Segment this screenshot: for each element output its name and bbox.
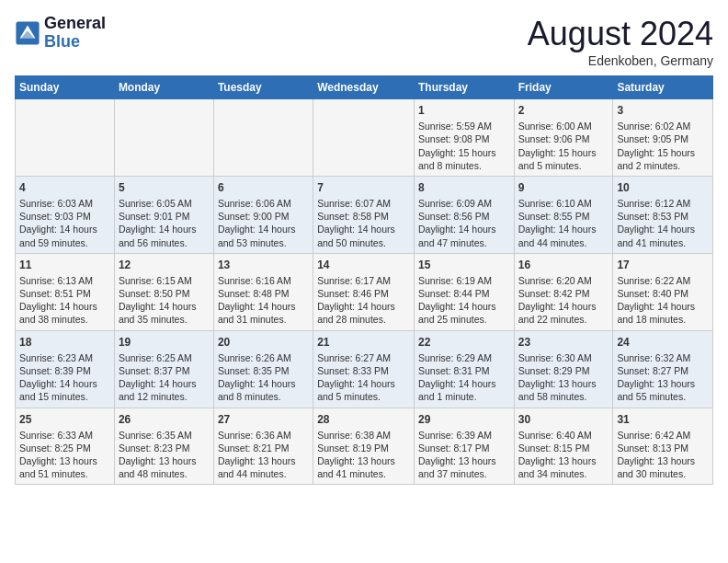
calendar-cell: 21Sunrise: 6:27 AM Sunset: 8:33 PM Dayli… [313,330,415,408]
day-info: Sunrise: 6:16 AM Sunset: 8:48 PM Dayligh… [218,274,309,327]
calendar-cell: 2Sunrise: 6:00 AM Sunset: 9:06 PM Daylig… [514,99,613,177]
day-number: 14 [317,258,410,272]
day-info: Sunrise: 5:59 AM Sunset: 9:08 PM Dayligh… [418,120,510,172]
day-number: 31 [617,412,709,427]
day-info: Sunrise: 6:36 AM Sunset: 8:21 PM Dayligh… [218,429,309,481]
calendar-cell: 30Sunrise: 6:40 AM Sunset: 8:15 PM Dayli… [514,408,613,485]
calendar-table: SundayMondayTuesdayWednesdayThursdayFrid… [15,75,713,485]
day-info: Sunrise: 6:03 AM Sunset: 9:03 PM Dayligh… [19,197,110,249]
calendar-cell [114,99,213,177]
day-number: 19 [119,335,210,350]
day-number: 29 [418,412,510,427]
day-info: Sunrise: 6:25 AM Sunset: 8:37 PM Dayligh… [119,351,210,404]
day-number: 15 [418,258,510,272]
calendar-cell: 23Sunrise: 6:30 AM Sunset: 8:29 PM Dayli… [514,330,613,408]
calendar-cell: 22Sunrise: 6:29 AM Sunset: 8:31 PM Dayli… [414,330,514,408]
calendar-cell: 17Sunrise: 6:22 AM Sunset: 8:40 PM Dayli… [613,253,713,330]
page-header: General Blue August 2024 Edenkoben, Germ… [15,15,713,68]
calendar-cell: 11Sunrise: 6:13 AM Sunset: 8:51 PM Dayli… [16,253,115,330]
day-number: 7 [317,180,410,195]
calendar-week-row: 18Sunrise: 6:23 AM Sunset: 8:39 PM Dayli… [16,330,713,408]
day-number: 8 [418,180,510,195]
day-number: 21 [317,335,410,350]
calendar-cell [16,99,115,177]
calendar-week-row: 4Sunrise: 6:03 AM Sunset: 9:03 PM Daylig… [16,176,713,253]
day-number: 27 [218,412,309,427]
day-info: Sunrise: 6:10 AM Sunset: 8:55 PM Dayligh… [518,197,609,249]
weekday-header-friday: Friday [514,76,613,99]
day-info: Sunrise: 6:26 AM Sunset: 8:35 PM Dayligh… [218,351,309,404]
day-number: 3 [617,103,709,118]
day-info: Sunrise: 6:09 AM Sunset: 8:56 PM Dayligh… [418,197,510,249]
day-info: Sunrise: 6:15 AM Sunset: 8:50 PM Dayligh… [119,274,210,327]
day-number: 20 [218,335,309,350]
calendar-cell: 31Sunrise: 6:42 AM Sunset: 8:13 PM Dayli… [613,408,713,485]
calendar-cell: 13Sunrise: 6:16 AM Sunset: 8:48 PM Dayli… [213,253,313,330]
day-info: Sunrise: 6:22 AM Sunset: 8:40 PM Dayligh… [617,274,709,327]
day-number: 22 [418,335,510,350]
weekday-header-wednesday: Wednesday [313,76,415,99]
calendar-cell: 18Sunrise: 6:23 AM Sunset: 8:39 PM Dayli… [16,330,115,408]
logo: General Blue [15,15,106,52]
title-block: August 2024 Edenkoben, Germany [528,15,713,68]
day-number: 30 [518,412,609,427]
day-info: Sunrise: 6:29 AM Sunset: 8:31 PM Dayligh… [418,351,510,404]
day-number: 2 [518,103,609,118]
day-info: Sunrise: 6:40 AM Sunset: 8:15 PM Dayligh… [518,429,609,481]
day-info: Sunrise: 6:20 AM Sunset: 8:42 PM Dayligh… [518,274,609,327]
logo-line2: Blue [44,33,106,52]
day-number: 5 [119,180,210,195]
calendar-cell: 4Sunrise: 6:03 AM Sunset: 9:03 PM Daylig… [16,176,115,253]
logo-line1: General [44,15,106,33]
day-info: Sunrise: 6:12 AM Sunset: 8:53 PM Dayligh… [617,197,709,249]
calendar-cell: 10Sunrise: 6:12 AM Sunset: 8:53 PM Dayli… [613,176,713,253]
logo-icon [15,20,40,46]
day-number: 17 [617,258,709,272]
calendar-cell: 7Sunrise: 6:07 AM Sunset: 8:58 PM Daylig… [313,176,415,253]
calendar-cell: 25Sunrise: 6:33 AM Sunset: 8:25 PM Dayli… [16,408,115,485]
calendar-week-row: 11Sunrise: 6:13 AM Sunset: 8:51 PM Dayli… [16,253,713,330]
calendar-cell [213,99,313,177]
day-info: Sunrise: 6:38 AM Sunset: 8:19 PM Dayligh… [317,429,410,481]
month-title: August 2024 [528,15,713,53]
calendar-cell: 8Sunrise: 6:09 AM Sunset: 8:56 PM Daylig… [414,176,514,253]
calendar-cell: 19Sunrise: 6:25 AM Sunset: 8:37 PM Dayli… [114,330,213,408]
calendar-cell: 15Sunrise: 6:19 AM Sunset: 8:44 PM Dayli… [414,253,514,330]
day-number: 11 [19,258,110,272]
day-info: Sunrise: 6:00 AM Sunset: 9:06 PM Dayligh… [518,120,609,172]
day-number: 16 [518,258,609,272]
weekday-header-row: SundayMondayTuesdayWednesdayThursdayFrid… [16,76,713,99]
calendar-cell: 27Sunrise: 6:36 AM Sunset: 8:21 PM Dayli… [213,408,313,485]
day-number: 10 [617,180,709,195]
day-number: 6 [218,180,309,195]
weekday-header-thursday: Thursday [414,76,514,99]
day-info: Sunrise: 6:39 AM Sunset: 8:17 PM Dayligh… [418,429,510,481]
day-info: Sunrise: 6:27 AM Sunset: 8:33 PM Dayligh… [317,351,410,404]
day-info: Sunrise: 6:02 AM Sunset: 9:05 PM Dayligh… [617,120,709,172]
calendar-cell: 28Sunrise: 6:38 AM Sunset: 8:19 PM Dayli… [313,408,415,485]
calendar-cell [313,99,415,177]
calendar-week-row: 1Sunrise: 5:59 AM Sunset: 9:08 PM Daylig… [16,99,713,177]
calendar-cell: 26Sunrise: 6:35 AM Sunset: 8:23 PM Dayli… [114,408,213,485]
calendar-cell: 9Sunrise: 6:10 AM Sunset: 8:55 PM Daylig… [514,176,613,253]
day-number: 25 [19,412,110,427]
day-info: Sunrise: 6:33 AM Sunset: 8:25 PM Dayligh… [19,429,110,481]
day-info: Sunrise: 6:13 AM Sunset: 8:51 PM Dayligh… [19,274,110,327]
day-number: 1 [418,103,510,118]
day-info: Sunrise: 6:19 AM Sunset: 8:44 PM Dayligh… [418,274,510,327]
day-number: 13 [218,258,309,272]
calendar-cell: 24Sunrise: 6:32 AM Sunset: 8:27 PM Dayli… [613,330,713,408]
weekday-header-sunday: Sunday [16,76,115,99]
calendar-cell: 29Sunrise: 6:39 AM Sunset: 8:17 PM Dayli… [414,408,514,485]
calendar-cell: 20Sunrise: 6:26 AM Sunset: 8:35 PM Dayli… [213,330,313,408]
day-info: Sunrise: 6:17 AM Sunset: 8:46 PM Dayligh… [317,274,410,327]
day-info: Sunrise: 6:05 AM Sunset: 9:01 PM Dayligh… [119,197,210,249]
weekday-header-monday: Monday [114,76,213,99]
day-info: Sunrise: 6:07 AM Sunset: 8:58 PM Dayligh… [317,197,410,249]
day-number: 18 [19,335,110,350]
day-number: 26 [119,412,210,427]
day-number: 12 [119,258,210,272]
day-info: Sunrise: 6:23 AM Sunset: 8:39 PM Dayligh… [19,351,110,404]
day-info: Sunrise: 6:30 AM Sunset: 8:29 PM Dayligh… [518,351,609,404]
day-info: Sunrise: 6:06 AM Sunset: 9:00 PM Dayligh… [218,197,309,249]
